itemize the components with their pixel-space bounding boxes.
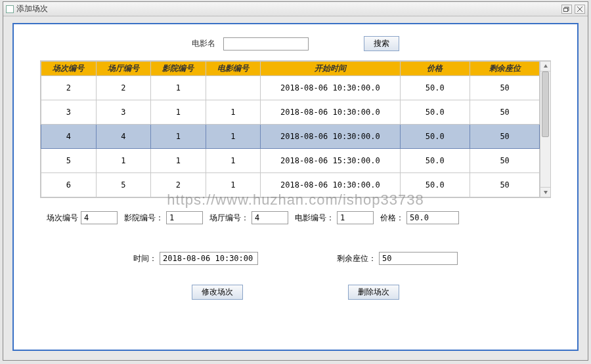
table-cell: 1 <box>206 149 261 173</box>
column-header[interactable]: 开始时间 <box>261 62 401 76</box>
scroll-thumb[interactable] <box>542 71 549 137</box>
table-cell: 2018-08-06 10:30:00.0 <box>261 100 401 125</box>
price-label: 价格： <box>380 212 404 224</box>
table-cell: 2 <box>41 76 97 100</box>
titlebar: 添加场次 <box>3 2 588 16</box>
table-cell: 50.0 <box>400 149 470 173</box>
session-id-label: 场次编号 <box>47 212 78 224</box>
svg-rect-1 <box>564 8 568 11</box>
table-cell: 2018-08-06 10:30:00.0 <box>261 173 401 197</box>
column-header[interactable]: 场厅编号 <box>96 62 151 76</box>
table-cell: 50 <box>470 100 539 125</box>
content-frame: 电影名 搜索 场次编号场厅编号影院编号电影编号开始时间价格剩余座位 221201… <box>12 23 579 351</box>
table-row[interactable]: 65212018-08-06 10:30:00.050.050 <box>41 173 540 197</box>
table-cell: 6 <box>41 173 97 197</box>
table-cell: 1 <box>151 149 206 173</box>
form-row-1: 场次编号 影院编号： 场厅编号： 电影编号： 价格： <box>40 211 551 224</box>
table-cell: 2 <box>151 173 206 197</box>
seats-label: 剩余座位： <box>337 253 376 264</box>
button-row: 修改场次 删除场次 <box>40 285 551 300</box>
session-id-input[interactable] <box>81 211 118 224</box>
table-row[interactable]: 44112018-08-06 10:30:00.050.050 <box>41 125 540 149</box>
table-cell: 2018-08-06 10:30:00.0 <box>261 125 401 149</box>
search-row: 电影名 搜索 <box>40 36 551 51</box>
table-wrap: 场次编号场厅编号影院编号电影编号开始时间价格剩余座位 2212018-08-06… <box>40 60 551 198</box>
search-label: 电影名 <box>192 38 215 49</box>
sessions-table: 场次编号场厅编号影院编号电影编号开始时间价格剩余座位 2212018-08-06… <box>41 61 540 197</box>
table-cell: 2018-08-06 15:30:00.0 <box>261 149 401 173</box>
table-row[interactable]: 51112018-08-06 15:30:00.050.050 <box>41 149 540 173</box>
restore-button[interactable] <box>561 5 572 14</box>
table-cell: 1 <box>206 125 261 149</box>
svg-marker-5 <box>544 191 548 194</box>
search-button[interactable]: 搜索 <box>364 36 399 51</box>
price-input[interactable] <box>406 211 459 224</box>
cinema-id-label: 影院编号： <box>124 212 164 224</box>
time-label: 时间： <box>133 253 157 264</box>
table-cell: 50.0 <box>400 76 470 100</box>
scroll-down-icon[interactable] <box>540 187 550 197</box>
table-cell: 2018-08-06 10:30:00.0 <box>261 76 401 100</box>
table-cell: 5 <box>96 173 151 197</box>
column-header[interactable]: 电影编号 <box>206 62 261 76</box>
table-cell: 50 <box>470 173 539 197</box>
column-header[interactable]: 剩余座位 <box>470 62 539 76</box>
modify-button[interactable]: 修改场次 <box>192 285 243 300</box>
hall-id-label: 场厅编号： <box>209 212 249 224</box>
form-row-2: 时间： 剩余座位： <box>40 252 551 265</box>
column-header[interactable]: 场次编号 <box>41 62 97 76</box>
table-cell: 50 <box>470 76 539 100</box>
table-cell: 3 <box>96 100 151 125</box>
table-cell: 50 <box>470 149 539 173</box>
table-cell: 3 <box>41 100 97 125</box>
table-cell: 2 <box>96 76 151 100</box>
scroll-up-icon[interactable] <box>540 61 550 71</box>
table-cell: 4 <box>41 125 97 149</box>
table-cell: 50 <box>470 125 539 149</box>
table-cell: 4 <box>96 125 151 149</box>
app-icon <box>6 5 14 13</box>
table-row[interactable]: 33112018-08-06 10:30:00.050.050 <box>41 100 540 125</box>
app-window: 添加场次 电影名 搜索 场次编号场厅编号影院编号电 <box>3 1 588 361</box>
search-input[interactable] <box>223 37 309 51</box>
close-button[interactable] <box>575 5 585 14</box>
table-row[interactable]: 2212018-08-06 10:30:00.050.050 <box>41 76 540 100</box>
window-title: 添加场次 <box>16 3 48 14</box>
table-cell: 1 <box>151 76 206 100</box>
table-cell: 1 <box>151 125 206 149</box>
table-cell: 50.0 <box>400 100 470 125</box>
table-cell: 1 <box>206 100 261 125</box>
time-input[interactable] <box>160 252 258 265</box>
table-cell: 1 <box>96 149 151 173</box>
seats-input[interactable] <box>379 252 458 265</box>
table-scrollbar[interactable] <box>540 61 550 197</box>
movie-id-label: 电影编号： <box>295 212 334 224</box>
movie-id-input[interactable] <box>337 211 374 224</box>
cinema-id-input[interactable] <box>166 211 203 224</box>
column-header[interactable]: 影院编号 <box>151 62 206 76</box>
table-cell: 1 <box>206 173 261 197</box>
svg-marker-4 <box>544 64 548 68</box>
hall-id-input[interactable] <box>252 211 288 224</box>
table-cell: 1 <box>151 100 206 125</box>
table-cell <box>206 76 261 100</box>
table-cell: 5 <box>41 149 97 173</box>
table-cell: 50.0 <box>400 173 470 197</box>
table-cell: 50.0 <box>400 125 470 149</box>
column-header[interactable]: 价格 <box>400 62 470 76</box>
delete-button[interactable]: 删除场次 <box>348 285 399 300</box>
